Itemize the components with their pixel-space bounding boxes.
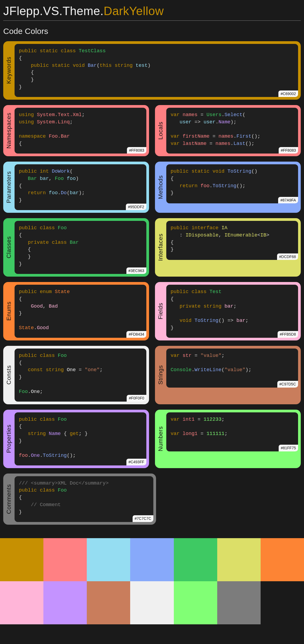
section-heading: Code Colors: [3, 27, 301, 36]
hex-badge: #81FF75: [279, 445, 298, 451]
swatch: [87, 581, 130, 624]
card-label: Strings: [157, 365, 164, 385]
hex-badge: #F0F0F0: [127, 395, 146, 401]
swatch: [43, 538, 87, 581]
card-label: Enums: [5, 302, 12, 321]
code-sample: public class Foo { const string One = "o…: [15, 349, 146, 402]
card-classes: Classespublic class Foo { private class …: [3, 218, 149, 277]
code-sample: using System.Text.Xml; using System.Linq…: [15, 108, 146, 154]
swatch: [217, 581, 261, 624]
swatch: [130, 581, 174, 624]
card-interfaces: Interfacespublic interface IA : IDisposa…: [155, 218, 301, 277]
code-sample: public enum State { Good, Bad } State.Go…: [15, 285, 146, 338]
card-parameters: Parameterspublic int DoWork( Bar bar, Fo…: [3, 162, 149, 213]
card-label: Consts: [5, 365, 12, 384]
code-sample: /// <summary>XML Doc</summary> public cl…: [15, 476, 153, 522]
page-title: JFlepp.VS.Theme.DarkYellow: [3, 4, 301, 21]
swatch: [174, 538, 217, 581]
card-enums: Enumspublic enum State { Good, Bad } Sta…: [3, 282, 149, 340]
card-locals: Localsvar names = Users.Select( user => …: [155, 105, 301, 156]
code-sample: public class Foo { private class Bar { }…: [15, 221, 146, 274]
card-label: Interfaces: [157, 234, 164, 261]
card-label: Parameters: [5, 171, 12, 203]
swatch: [261, 581, 304, 624]
hex-badge: #FFB5D8: [278, 331, 298, 337]
card-label: Classes: [5, 236, 12, 259]
hex-badge: #3EC963: [126, 267, 146, 274]
hex-badge: #95DDF2: [126, 204, 146, 210]
card-consts: Constspublic class Foo { const string On…: [3, 346, 149, 404]
card-label: Locals: [157, 122, 164, 140]
card-strings: Stringsvar str = "value"; Console.WriteL…: [155, 346, 301, 404]
card-label: Methods: [157, 175, 164, 199]
hex-badge: #C69002: [278, 90, 298, 97]
card-fields: Fieldspublic class Test { private string…: [155, 282, 301, 340]
card-namespaces: Namespacesusing System.Text.Xml; using S…: [3, 105, 149, 156]
card-label: Namespaces: [5, 113, 12, 148]
card-label: Keywords: [5, 57, 12, 84]
code-sample: var str = "value"; Console.WriteLine("va…: [166, 349, 298, 388]
swatch: [174, 581, 217, 624]
hex-badge: #87A9FA: [278, 197, 298, 203]
code-sample: var names = Users.Select( user => user.N…: [166, 108, 298, 154]
card-comments: Comments/// <summary>XML Doc</summary> p…: [3, 474, 156, 525]
code-sample: public class Foo { string Name { get; } …: [15, 412, 146, 465]
swatch-grid: [0, 538, 304, 624]
code-sample: public interface IA : IDisposable, IEnum…: [166, 221, 298, 260]
card-numbers: Numbersvar int1 = 112233; var long1 = 11…: [155, 410, 301, 468]
hex-badge: #DCDF68: [277, 253, 298, 260]
hex-badge: #C493FF: [126, 459, 146, 465]
card-label: Comments: [5, 484, 12, 514]
hex-badge: #FF8083: [279, 147, 298, 154]
swatch: [0, 581, 43, 624]
card-methods: Methodspublic static void ToString() { r…: [155, 162, 301, 213]
card-label: Fields: [157, 303, 164, 319]
title-suffix: DarkYellow: [103, 4, 164, 18]
code-sample: public class Test { private string bar; …: [166, 285, 298, 338]
hex-badge: #7C7C7C: [133, 515, 153, 522]
code-sample: var int1 = 112233; var long1 = 111111;#8…: [166, 412, 298, 451]
card-keywords: Keywordspublic static class TestClass { …: [3, 41, 301, 100]
card-label: Properties: [5, 424, 12, 453]
code-sample: public static class TestClass { public s…: [15, 44, 298, 97]
swatch: [0, 538, 43, 581]
card-properties: Propertiespublic class Foo { string Name…: [3, 410, 149, 468]
title-prefix: JFlepp.VS.Theme.: [3, 4, 103, 18]
swatch: [217, 538, 261, 581]
code-sample: public static void ToString() { return f…: [166, 164, 298, 203]
card-label: Numbers: [157, 426, 164, 451]
swatch: [43, 581, 87, 624]
hex-badge: #FD8434: [126, 331, 146, 337]
swatch: [130, 538, 174, 581]
swatch: [261, 538, 304, 581]
hex-badge: #FF8083: [127, 147, 146, 154]
hex-badge: #C97D5C: [277, 381, 298, 387]
code-sample: public int DoWork( Bar bar, Foo foo) { r…: [15, 164, 146, 210]
swatch: [87, 538, 130, 581]
